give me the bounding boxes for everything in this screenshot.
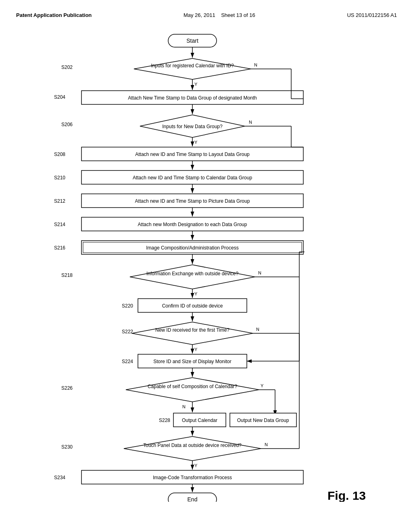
- s222-text: New ID received for the first Time?: [155, 327, 229, 333]
- svg-marker-33: [132, 322, 253, 345]
- s212-step: S212: [54, 198, 65, 204]
- s218-step: S218: [61, 272, 73, 278]
- s226-step: S226: [61, 385, 73, 391]
- s222-step: S222: [122, 329, 133, 335]
- svg-text:N: N: [249, 120, 252, 125]
- s230-step: S230: [61, 444, 73, 450]
- start-label: Start: [186, 37, 198, 44]
- s234-step: S234: [54, 475, 65, 480]
- s214-text: Attach new Month Designation to each Dat…: [138, 222, 247, 227]
- end-label: End: [188, 496, 198, 502]
- fig-label: Fig. 13: [327, 489, 366, 502]
- svg-marker-40: [126, 378, 259, 402]
- s216-text: Image Composition/Administration Process: [146, 245, 238, 251]
- svg-text:N: N: [182, 404, 186, 409]
- s234-text: Image-Code Transformation Process: [153, 475, 232, 480]
- s224-step: S224: [122, 359, 133, 364]
- s216-step: S216: [54, 245, 65, 251]
- svg-marker-3: [134, 58, 251, 79]
- svg-text:Y: Y: [194, 140, 198, 145]
- svg-text:Y: Y: [194, 291, 198, 296]
- s224-text: Store ID and Size of Display Monitor: [153, 359, 231, 364]
- s212-text: Attach new ID and Time Stamp to Picture …: [135, 198, 250, 204]
- svg-text:Y: Y: [194, 463, 198, 468]
- s204-text: Attach New Time Stamp to Data Group of d…: [128, 95, 257, 101]
- header-left: Patent Application Publication: [16, 12, 92, 18]
- s230-text: Touch Panel Data at outside device recei…: [143, 443, 242, 448]
- s202-text: Inputs for registered Calendar with ID?: [151, 63, 234, 69]
- flowchart: Start S202 Inputs for registered Calenda…: [25, 26, 388, 502]
- s206-step: S206: [61, 122, 73, 127]
- s208-step: S208: [54, 152, 65, 157]
- svg-text:Y: Y: [194, 347, 198, 352]
- s220-step: S220: [122, 303, 133, 309]
- s218-text: Information Exchange with outside device…: [146, 271, 238, 276]
- svg-text:Y: Y: [261, 383, 264, 388]
- page: Patent Application Publication May 26, 2…: [0, 0, 413, 532]
- header: Patent Application Publication May 26, 2…: [16, 8, 397, 26]
- s206-text: Inputs for New Data Group?: [162, 124, 223, 129]
- s202-step: S202: [61, 64, 73, 70]
- s204-step: S204: [54, 94, 65, 100]
- s220-text: Confirm ID of outside device: [162, 303, 223, 309]
- s232-text: Output New Data Group: [237, 418, 289, 423]
- s210-step: S210: [54, 175, 65, 181]
- header-right: US 2011/0122156 A1: [347, 12, 397, 18]
- header-date: May 26, 2011 Sheet 13 of 16: [184, 12, 255, 18]
- s214-step: S214: [54, 222, 65, 227]
- svg-marker-49: [124, 436, 261, 461]
- svg-text:N: N: [256, 327, 259, 332]
- svg-text:Y: Y: [194, 82, 198, 87]
- svg-text:N: N: [258, 270, 261, 275]
- s208-text: Attach new ID and Time Stamp to Layout D…: [135, 152, 250, 157]
- svg-marker-26: [130, 265, 255, 289]
- s226-text: Capable of self Composition of Calendar?: [148, 384, 237, 389]
- s210-text: Attach new ID and Time Stamp to Calendar…: [133, 175, 252, 181]
- svg-text:N: N: [265, 442, 268, 447]
- s228-text: Output Calendar: [182, 418, 217, 423]
- s228-step: S228: [159, 418, 170, 423]
- svg-text:N: N: [254, 62, 257, 67]
